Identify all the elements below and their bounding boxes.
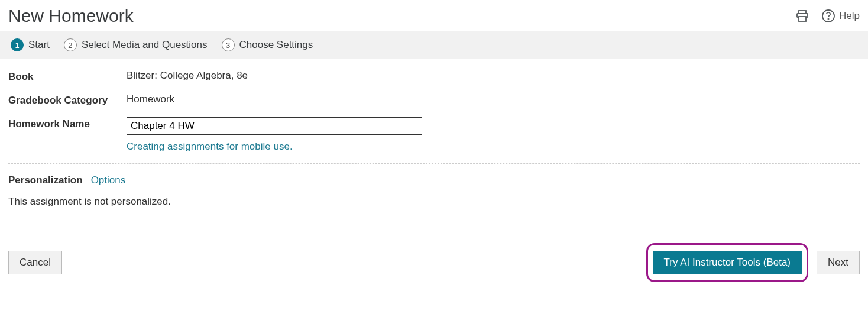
step-label: Start: [28, 39, 50, 51]
help-label: Help: [839, 10, 860, 22]
svg-point-3: [828, 18, 828, 19]
book-label: Book: [8, 70, 127, 83]
print-icon[interactable]: [795, 9, 809, 23]
personalization-options-link[interactable]: Options: [91, 174, 126, 186]
step-label: Choose Settings: [239, 39, 313, 51]
ai-tools-highlight: Try AI Instructor Tools (Beta): [646, 243, 808, 282]
next-button[interactable]: Next: [817, 251, 860, 274]
step-choose-settings[interactable]: 3 Choose Settings: [222, 38, 313, 51]
page-title: New Homework: [8, 6, 134, 26]
step-select-media[interactable]: 2 Select Media and Questions: [64, 38, 208, 51]
svg-rect-1: [799, 17, 806, 21]
personalization-label: Personalization: [8, 174, 83, 186]
step-start[interactable]: 1 Start: [11, 38, 50, 51]
mobile-hint-link[interactable]: Creating assignments for mobile use.: [127, 141, 293, 153]
divider: [8, 163, 860, 164]
homework-name-label: Homework Name: [8, 117, 127, 130]
help-icon: [821, 9, 835, 23]
gradebook-category-label: Gradebook Category: [8, 93, 127, 106]
step-number: 1: [11, 38, 24, 51]
homework-name-input[interactable]: [127, 117, 422, 135]
help-button[interactable]: Help: [821, 9, 860, 23]
ai-instructor-tools-button[interactable]: Try AI Instructor Tools (Beta): [653, 251, 802, 274]
step-number: 3: [222, 38, 235, 51]
step-bar: 1 Start 2 Select Media and Questions 3 C…: [0, 31, 868, 59]
gradebook-category-value: Homework: [127, 93, 174, 105]
cancel-button[interactable]: Cancel: [8, 251, 62, 274]
personalization-status: This assignment is not personalized.: [0, 196, 868, 208]
book-value: Blitzer: College Algebra, 8e: [127, 70, 248, 82]
step-label: Select Media and Questions: [82, 39, 208, 51]
step-number: 2: [64, 38, 77, 51]
